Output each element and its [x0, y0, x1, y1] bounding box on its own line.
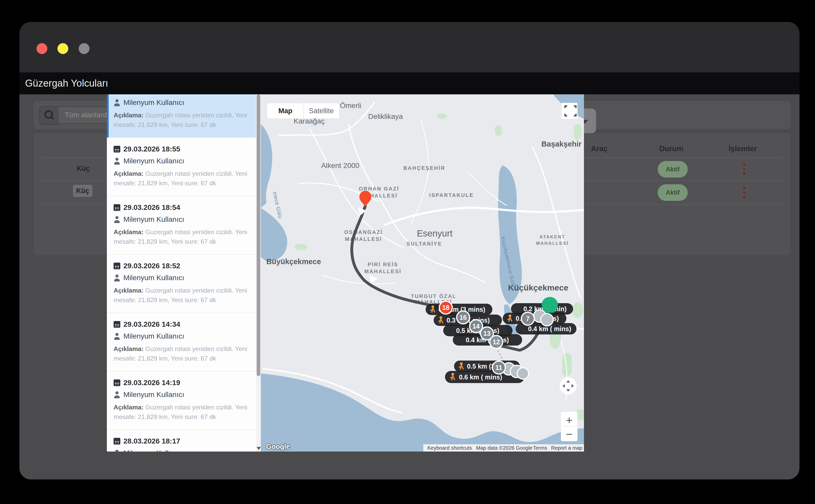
- calendar-icon: [113, 438, 120, 445]
- entry-date: 29.03.2026 14:19: [123, 379, 180, 387]
- svg-text:12: 12: [493, 338, 500, 346]
- map-canvas[interactable]: Ömerli Deliklikaya Karaağaç Alkent 2000 …: [261, 94, 584, 452]
- calendar-icon: [113, 379, 120, 386]
- column-header-islemler: İşlemler: [729, 144, 757, 153]
- calendar-icon: [113, 204, 120, 211]
- entry-user: Milenyum Kullanıcı: [123, 332, 184, 340]
- svg-text:SULTANİYE: SULTANİYE: [406, 241, 442, 247]
- pan-control[interactable]: [560, 377, 577, 394]
- svg-text:ORHAN GAZİ: ORHAN GAZİ: [359, 186, 399, 192]
- svg-text:TURGUT ÖZAL: TURGUT ÖZAL: [411, 293, 456, 299]
- svg-text:MAHALLESİ: MAHALLESİ: [536, 241, 569, 246]
- svg-text:18: 18: [442, 304, 449, 311]
- entry-date: 29.03.2026 18:52: [123, 262, 180, 270]
- entry-date: 29.03.2026 14:34: [123, 320, 180, 329]
- map-button: Map: [278, 107, 292, 115]
- entry-description: Açıklama: Guzergah rotasi yeniden cizild…: [113, 286, 249, 305]
- user-icon: [113, 158, 120, 165]
- svg-text:BAHÇEŞEHİR: BAHÇEŞEHİR: [403, 165, 445, 171]
- svg-text:ATAKENT: ATAKENT: [539, 234, 565, 239]
- svg-text:Küçükçekmece: Küçükçekmece: [508, 283, 568, 292]
- search-icon: [44, 110, 53, 119]
- svg-text:11: 11: [495, 364, 502, 371]
- row-actions-button[interactable]: [743, 187, 746, 199]
- satellite-button: Satellite: [309, 107, 334, 115]
- svg-text:13: 13: [483, 330, 490, 337]
- list-item[interactable]: 29.03.2026 18:52 Milenyum Kullanıcı Açık…: [107, 255, 256, 313]
- app-window: Güzergah Yolcuları Araç Durum İşlemler K…: [19, 22, 799, 479]
- entry-user: Milenyum Kullanıcı: [123, 98, 184, 107]
- svg-text:PİRİ REİS: PİRİ REİS: [368, 262, 398, 267]
- user-icon: [113, 450, 120, 452]
- zoom-in-button[interactable]: +: [566, 414, 572, 426]
- cluster-marker[interactable]: 12: [490, 335, 503, 348]
- column-header-durum: Durum: [659, 144, 683, 153]
- entry-description: Açıklama: Guzergah rotasi yeniden cizild…: [113, 344, 249, 363]
- cluster-marker[interactable]: 11: [492, 361, 505, 374]
- list-item[interactable]: 29.03.2026 14:34 Milenyum Kullanıcı Açık…: [107, 313, 256, 371]
- entry-description: Açıklama: Guzergah rotasi yeniden cizild…: [113, 169, 249, 188]
- calendar-icon: [113, 321, 120, 328]
- entry-date: 28.03.2026 18:17: [123, 437, 180, 445]
- list-item[interactable]: Milenyum Kullanıcı Açıklama: Guzergah ro…: [107, 94, 256, 138]
- entry-user: Milenyum Kullanıcı: [123, 274, 184, 282]
- cluster-marker[interactable]: 16: [457, 311, 470, 324]
- svg-text:Alkent 2000: Alkent 2000: [321, 162, 359, 170]
- map-data-text: Map data ©2026 Google: [476, 445, 532, 451]
- zoom-control[interactable]: + −: [561, 412, 577, 441]
- calendar-icon: [113, 263, 120, 269]
- window-maximize-button[interactable]: [79, 43, 89, 54]
- entry-description: Açıklama: Guzergah rotasi yeniden cizild…: [113, 110, 249, 129]
- map-type-control[interactable]: Map Satellite: [267, 103, 339, 118]
- user-icon: [113, 333, 120, 340]
- svg-text:0.6 km ( mins): 0.6 km ( mins): [459, 373, 502, 381]
- user-icon: [113, 274, 120, 281]
- entry-date: 29.03.2026 18:55: [123, 145, 180, 153]
- history-list: Milenyum Kullanıcı Açıklama: Guzergah ro…: [107, 94, 256, 452]
- google-map[interactable]: Ömerli Deliklikaya Karaağaç Alkent 2000 …: [261, 94, 584, 452]
- svg-text:MAHALLESİ: MAHALLESİ: [345, 236, 382, 242]
- keyboard-shortcuts-link[interactable]: Keyboard shortcuts: [427, 445, 472, 451]
- svg-text:MAHALLESİ: MAHALLESİ: [364, 269, 402, 274]
- table-row-fragment: Küç: [73, 185, 92, 197]
- list-item[interactable]: 29.03.2026 14:19 Milenyum Kullanıcı Açık…: [107, 371, 256, 430]
- entry-description: Açıklama: Guzergah rotasi yeniden cizild…: [113, 227, 249, 246]
- zoom-out-button[interactable]: −: [566, 428, 572, 440]
- modal-header: Güzergah Yolcuları: [19, 72, 799, 94]
- entry-user: Milenyum Kullanıcı: [123, 391, 184, 399]
- list-item[interactable]: 29.03.2026 18:55 Milenyum Kullanıcı Açık…: [107, 138, 256, 196]
- window-minimize-button[interactable]: [57, 43, 68, 54]
- scroll-down-icon: [257, 447, 261, 450]
- cluster-marker[interactable]: 7: [521, 312, 534, 325]
- window-close-button[interactable]: [36, 43, 47, 54]
- svg-text:16: 16: [459, 314, 467, 321]
- list-scrollbar[interactable]: [256, 94, 261, 452]
- svg-text:ISPARTAKULE: ISPARTAKULE: [429, 192, 474, 198]
- svg-text:Ömerli: Ömerli: [340, 102, 361, 110]
- list-item[interactable]: 28.03.2026 18:17 Milenyum Kullanıcı Açık…: [107, 430, 256, 452]
- route-history-modal: Milenyum Kullanıcı Açıklama: Guzergah ro…: [107, 94, 584, 452]
- entry-user: Milenyum Kullanıcı: [123, 157, 184, 165]
- svg-text:7: 7: [526, 315, 530, 322]
- svg-text:Büyükçekmece: Büyükçekmece: [266, 257, 321, 266]
- google-logo: Google: [266, 443, 290, 450]
- svg-text:OSMANGAZİ: OSMANGAZİ: [344, 229, 383, 235]
- entry-description: Açıklama: Guzergah rotasi yeniden cizild…: [113, 402, 249, 422]
- fullscreen-button[interactable]: [561, 103, 577, 119]
- cluster-marker[interactable]: 18: [439, 301, 452, 314]
- calendar-icon: [113, 146, 120, 152]
- entry-user: Milenyum Kullanıcı: [123, 215, 184, 224]
- status-badge: Aktif: [658, 161, 688, 178]
- status-badge: Aktif: [658, 184, 688, 201]
- column-header-arac: Araç: [591, 144, 608, 153]
- svg-text:Deliklikaya: Deliklikaya: [368, 112, 403, 120]
- search-button[interactable]: [39, 106, 59, 125]
- svg-text:Esenyurt: Esenyurt: [417, 228, 452, 238]
- scrollbar-thumb[interactable]: [257, 94, 260, 376]
- list-item[interactable]: 29.03.2026 18:54 Milenyum Kullanıcı Açık…: [107, 196, 256, 255]
- report-error-link[interactable]: Report a map error: [551, 445, 584, 451]
- terms-link[interactable]: Terms: [533, 445, 547, 451]
- row-actions-button[interactable]: [743, 164, 746, 175]
- svg-text:14: 14: [472, 323, 480, 330]
- entry-date: 29.03.2026 18:54: [123, 203, 180, 212]
